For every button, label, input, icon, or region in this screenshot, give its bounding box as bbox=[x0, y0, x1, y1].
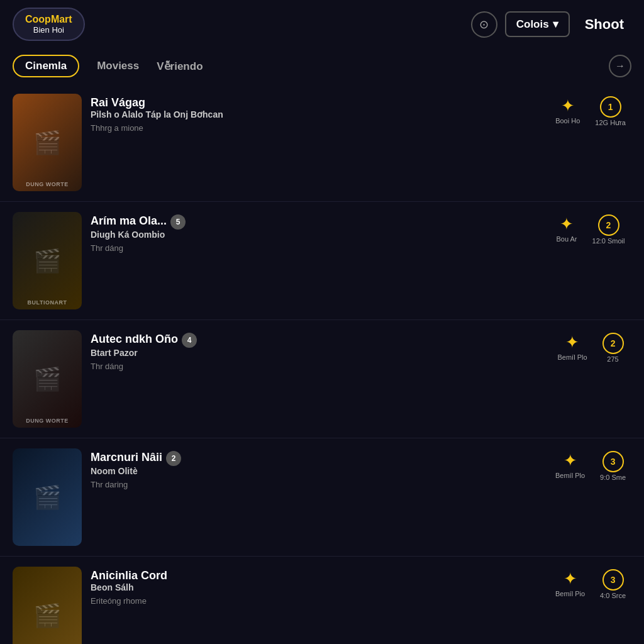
movie-badge-4: 2 bbox=[166, 451, 181, 466]
poster-label-2: BULTIONART bbox=[13, 299, 82, 306]
movie-meta-5: Eriteóng rhome bbox=[91, 596, 541, 606]
colois-label: Colois bbox=[516, 18, 549, 31]
stat-num-1: 1 12G Hưra bbox=[595, 96, 626, 127]
tab-cinemla[interactable]: Cinemla bbox=[13, 55, 79, 77]
movie-title-5: Anicinlia Cord bbox=[91, 569, 167, 582]
movie-info-4: Marcnuri Nâii2Noom OlitèThr daring bbox=[91, 448, 541, 489]
stat-star-5: ✦ Bemíl Pio bbox=[555, 569, 585, 599]
movie-stats-1: ✦ Booi Ho 1 12G Hưra bbox=[550, 94, 631, 127]
chevron-down-icon: ▾ bbox=[553, 18, 558, 31]
movie-subtitle-1: Pilsh o Alalo Táp la Onj Bơhcan bbox=[91, 109, 541, 119]
stat2-label-4: 9:0 Sme bbox=[600, 474, 626, 481]
movie-subtitle-4: Noom Olitè bbox=[91, 466, 541, 476]
stat-star-3: ✦ Bemíl Plo bbox=[557, 333, 587, 363]
movie-subtitle-5: Beon Sálh bbox=[91, 582, 541, 592]
movie-poster-4: 🎬 bbox=[13, 448, 82, 546]
header: CoopMart Bien Hoi ⊙ Colois ▾ Shoot bbox=[0, 0, 644, 48]
movie-meta-3: Thr dáng bbox=[91, 362, 541, 371]
movie-meta-1: Thhrg a mione bbox=[91, 123, 541, 133]
stat2-label-1: 12G Hưra bbox=[595, 119, 626, 127]
star-icon-1: ✦ bbox=[561, 96, 575, 116]
pin-circle-3: 2 bbox=[602, 333, 624, 354]
movie-info-2: Arím ma Ola...5Diugh Ká OombioThr dáng bbox=[91, 212, 541, 253]
star-icon-2: ✦ bbox=[560, 214, 574, 234]
movie-stats-4: ✦ Bemíl Plo 3 9:0 Sme bbox=[550, 448, 631, 481]
movie-info-1: Rai VágagPilsh o Alalo Táp la Onj Bơhcan… bbox=[91, 94, 541, 133]
movie-info-5: Anicinlia CordBeon SálhEriteóng rhome bbox=[91, 567, 541, 606]
pin-circle-2: 2 bbox=[598, 214, 619, 236]
movie-meta-4: Thr daring bbox=[91, 480, 541, 489]
stat2-label-5: 4:0 Srce bbox=[600, 592, 626, 599]
star-icon-3: ✦ bbox=[565, 333, 579, 352]
logo-top: CoopMart bbox=[25, 14, 72, 25]
nav-arrow-right[interactable]: → bbox=[609, 55, 631, 77]
shoot-button[interactable]: Shoot bbox=[577, 11, 631, 38]
movie-stats-2: ✦ Bou Ar 2 12:0 Smoil bbox=[550, 212, 631, 245]
stat1-label-5: Bemíl Pio bbox=[555, 590, 585, 597]
movie-stats-5: ✦ Bemíl Pio 3 4:0 Srce bbox=[550, 567, 631, 599]
movie-badge-3: 4 bbox=[182, 333, 197, 348]
movie-item-3[interactable]: 🎬DUNG WORTEAutec ndkh Oño4Btart PazorThr… bbox=[0, 320, 644, 438]
stat1-label-2: Bou Ar bbox=[556, 235, 577, 243]
tab-moviess[interactable]: Moviess bbox=[97, 56, 139, 76]
tab-veriendo[interactable]: Vễriendo bbox=[157, 56, 203, 77]
movie-list: 🎬DUNG WORTERai VágagPilsh o Alalo Táp la… bbox=[0, 84, 644, 644]
movie-poster-3: 🎬DUNG WORTE bbox=[13, 330, 82, 428]
movie-item-4[interactable]: 🎬Marcnuri Nâii2Noom OlitèThr daring ✦ Be… bbox=[0, 438, 644, 557]
movie-subtitle-2: Diugh Ká Oombio bbox=[91, 230, 541, 240]
stat-num-3: 2 275 bbox=[602, 333, 624, 363]
movie-subtitle-3: Btart Pazor bbox=[91, 348, 541, 358]
stat1-label-4: Bemíl Plo bbox=[555, 472, 585, 479]
movie-poster-2: 🎬BULTIONART bbox=[13, 212, 82, 309]
movie-item-1[interactable]: 🎬DUNG WORTERai VágagPilsh o Alalo Táp la… bbox=[0, 84, 644, 202]
movie-title-4: Marcnuri Nâii bbox=[91, 451, 162, 464]
poster-label-1: DUNG WORTE bbox=[13, 181, 82, 187]
colois-button[interactable]: Colois ▾ bbox=[505, 11, 570, 37]
pin-circle-4: 3 bbox=[602, 451, 624, 472]
movie-title-1: Rai Vágag bbox=[91, 96, 145, 109]
stat2-label-3: 275 bbox=[607, 355, 618, 363]
stat-star-4: ✦ Bemíl Plo bbox=[555, 451, 585, 481]
camera-icon[interactable]: ⊙ bbox=[471, 11, 497, 38]
stat-num-4: 3 9:0 Sme bbox=[600, 451, 626, 481]
pin-circle-1: 1 bbox=[600, 96, 621, 118]
movie-item-5[interactable]: 🎬Anicinlia CordBeon SálhEriteóng rhome ✦… bbox=[0, 557, 644, 644]
stat2-label-2: 12:0 Smoil bbox=[592, 237, 625, 245]
stat-num-5: 3 4:0 Srce bbox=[600, 569, 626, 599]
nav-tabs: Cinemla Moviess Vễriendo → bbox=[0, 48, 644, 84]
logo-bottom: Bien Hoi bbox=[25, 25, 72, 35]
movie-item-2[interactable]: 🎬BULTIONARTArím ma Ola...5Diugh Ká Oombi… bbox=[0, 202, 644, 320]
movie-poster-5: 🎬 bbox=[13, 567, 82, 644]
logo[interactable]: CoopMart Bien Hoi bbox=[13, 8, 85, 41]
movie-meta-2: Thr dáng bbox=[91, 243, 541, 253]
pin-circle-5: 3 bbox=[602, 569, 624, 591]
star-icon-4: ✦ bbox=[564, 451, 577, 470]
movie-title-2: Arím ma Ola... bbox=[91, 214, 167, 227]
movie-stats-3: ✦ Bemíl Plo 2 275 bbox=[550, 330, 631, 363]
movie-badge-2: 5 bbox=[170, 214, 186, 230]
movie-poster-1: 🎬DUNG WORTE bbox=[13, 94, 82, 191]
star-icon-5: ✦ bbox=[564, 569, 577, 589]
stat-num-2: 2 12:0 Smoil bbox=[592, 214, 625, 245]
stat-star-2: ✦ Bou Ar bbox=[556, 214, 577, 245]
movie-info-3: Autec ndkh Oño4Btart PazorThr dáng bbox=[91, 330, 541, 371]
poster-label-3: DUNG WORTE bbox=[13, 418, 82, 424]
stat-star-1: ✦ Booi Ho bbox=[555, 96, 580, 127]
stat1-label-1: Booi Ho bbox=[555, 117, 580, 125]
stat1-label-3: Bemíl Plo bbox=[557, 353, 587, 361]
movie-title-3: Autec ndkh Oño bbox=[91, 333, 178, 345]
